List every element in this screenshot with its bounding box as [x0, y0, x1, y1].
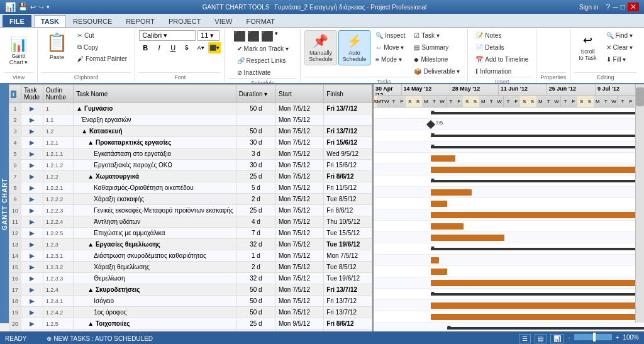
gantt-summary-bar — [431, 112, 644, 114]
italic-button[interactable]: I — [153, 42, 165, 53]
summary-button[interactable]: ▤ Summary — [410, 42, 464, 53]
outline-number-cell: 1.2.3.1 — [43, 250, 73, 262]
gantt-task-bar — [431, 212, 644, 218]
start-cell: Mon 7/5/12 — [275, 103, 323, 114]
respect-links-icon: 🔗 — [237, 57, 245, 64]
copy-button[interactable]: ⧉ Copy — [74, 42, 131, 53]
font-color-button[interactable]: A▾ — [194, 42, 207, 53]
tab-view[interactable]: VIEW — [208, 15, 239, 27]
fill-button[interactable]: ⬇ Fill ▾ — [602, 54, 637, 65]
scroll-to-task-button[interactable]: ↩ Scrollto Task — [574, 30, 601, 64]
mode-button[interactable]: ≡ Mode ▾ — [372, 54, 409, 65]
respect-links-button[interactable]: 🔗 Respect Links — [233, 55, 292, 66]
close-btn[interactable]: ✕ — [628, 3, 639, 11]
bold-button[interactable]: B — [139, 42, 152, 53]
information-button[interactable]: ℹ Information — [472, 66, 532, 77]
table-row[interactable]: 13 ▶ 1.2.3 ▲ Εργασίες θεμελίωσης 32 d Mo… — [9, 239, 372, 250]
cut-button[interactable]: ✂ Cut — [74, 30, 131, 41]
task-name-cell: Διάστρωση σκυροδέματος καθαριότητας — [74, 250, 236, 262]
col-task-name[interactable]: Task Name — [74, 85, 236, 103]
table-row[interactable]: 4 ▶ 1.2.1 ▲ Προκαταρκτικές εργασίες 30 d… — [9, 137, 372, 148]
table-row[interactable]: 20 ▶ 1.2.5 ▲ Τοιχοποιίες 25 d Mon 9/5/12… — [9, 318, 372, 330]
col-start[interactable]: Start — [275, 85, 323, 103]
find-button[interactable]: 🔍 Find ▾ — [602, 30, 637, 41]
table-row[interactable]: 3 ▶ 1.2 ▲ Κατασκευή 50 d Mon 7/5/12 Fri … — [9, 126, 372, 137]
undo-btn[interactable]: ↩ — [30, 3, 36, 11]
outline-number-cell: 1.2.4.1 — [43, 296, 73, 307]
table-row[interactable]: 19 ▶ 1.2.4.2 1ος όροφος 50 d Mon 7/5/12 … — [9, 307, 372, 318]
redo-btn[interactable]: ↪ — [38, 3, 44, 11]
inspect-button[interactable]: 🔍 Inspect — [372, 30, 409, 41]
table-row[interactable]: 10 ▶ 1.2.2.3 Γενικές εκσκαφές-Μεταφορά π… — [9, 205, 372, 216]
highlight-button[interactable]: ⬛▾ — [208, 42, 221, 53]
sign-in-btn[interactable]: Sign in — [579, 4, 599, 11]
status-view-btn-1[interactable]: ☰ — [519, 334, 531, 343]
gantt-chart-button[interactable]: 📊 GanttChart ▾ — [5, 35, 33, 69]
duration-cell: 50 d — [236, 126, 275, 137]
table-row[interactable]: 15 ▶ 1.2.3.2 Χάραξη θεμελίωσης 2 d Mon 7… — [9, 262, 372, 273]
inactivate-button[interactable]: ⊘ Inactivate — [233, 67, 292, 78]
auto-schedule-button[interactable]: ⚡ AutoSchedule — [338, 30, 371, 65]
move-button[interactable]: ↔ Move ▾ — [372, 42, 409, 53]
editing-buttons: ↩ Scrollto Task 🔍 Find ▾ ✕ Clear ▾ ⬇ Fil… — [574, 30, 636, 72]
underline-button[interactable]: U — [167, 42, 179, 53]
add-to-timeline-button[interactable]: 📅 Add to Timeline — [472, 54, 532, 65]
gantt-row — [374, 300, 644, 311]
tab-resource[interactable]: RESOURCE — [66, 15, 119, 27]
format-painter-icon: 🖌 — [77, 55, 84, 62]
gantt-scrollbar-v[interactable] — [635, 84, 644, 323]
tab-project[interactable]: PROJECT — [162, 15, 208, 27]
deliverable-button[interactable]: 📦 Deliverable ▾ — [410, 66, 464, 77]
maximize-btn[interactable]: □ — [621, 3, 625, 11]
table-row[interactable]: 2 ▶ 1.1 Έναρξη εργασιών Mon 7/5/12 — [9, 114, 372, 126]
schedule-icon-dropdown[interactable]: ▾ — [275, 30, 278, 42]
gantt-scrollbar-thumb[interactable] — [636, 87, 644, 106]
status-view-btn-2[interactable]: ▤ — [535, 334, 547, 343]
tab-file[interactable]: FILE — [3, 15, 31, 27]
task-button[interactable]: ☑ Task ▾ — [410, 30, 464, 41]
table-row[interactable]: 7 ▶ 1.2.2 ▲ Χωματουργικά 25 d Mon 7/5/12… — [9, 171, 372, 182]
details-button[interactable]: 📄 Details — [472, 42, 532, 53]
strikethrough-button[interactable]: S̶ — [180, 42, 193, 53]
manually-schedule-button[interactable]: 📌 ManuallySchedule — [304, 30, 337, 65]
table-row[interactable]: 18 ▶ 1.2.4.1 Ισόγειο 50 d Mon 7/5/12 Fri… — [9, 296, 372, 307]
day-t3: T — [430, 96, 438, 107]
minimize-btn[interactable]: ─ — [613, 3, 618, 11]
table-row[interactable]: 8 ▶ 1.2.2.1 Καθαρισμός-Οριοθέτηση οικοπέ… — [9, 182, 372, 194]
col-duration[interactable]: Duration ▾ — [236, 85, 275, 103]
day-m7: M — [594, 96, 602, 107]
table-row[interactable]: 17 ▶ 1.2.4 ▲ Σκυροδετήσεις 50 d Mon 7/5/… — [9, 284, 372, 296]
font-name-selector[interactable]: Calibri ▾ — [139, 30, 196, 41]
table-row[interactable]: 5 ▶ 1.2.1.1 Εγκατάσταση στο εργοτάξιο 3 … — [9, 148, 372, 160]
status-zoom-in[interactable]: + — [616, 334, 619, 343]
zoom-slider-thumb[interactable] — [593, 333, 596, 341]
table-row[interactable]: 16 ▶ 1.2.3.3 Θεμελίωση 32 d Mon 7/5/12 T… — [9, 273, 372, 284]
gantt-summary-bar — [431, 146, 644, 148]
clear-button[interactable]: ✕ Clear ▾ — [602, 42, 637, 53]
status-zoom-out[interactable]: - — [568, 334, 570, 343]
paste-button[interactable]: 📋 Paste — [42, 30, 72, 62]
milestone-button[interactable]: ◆ Milestone — [410, 54, 464, 65]
col-task-mode[interactable]: TaskMode — [21, 85, 43, 103]
table-row[interactable]: 9 ▶ 1.2.2.2 Χάραξη εκσκαφής 2 d Mon 7/5/… — [9, 194, 372, 205]
save-btn[interactable]: 💾 — [18, 3, 28, 11]
table-row[interactable]: 12 ▶ 1.2.2.5 Επιχώσεις με αμμοχάλικα 7 d… — [9, 228, 372, 239]
font-size-selector[interactable]: 11 ▾ — [197, 30, 219, 41]
day-t10: T — [618, 96, 626, 107]
notes-button[interactable]: 📝 Notes — [472, 30, 532, 41]
col-finish[interactable]: Finish — [324, 85, 372, 103]
table-row[interactable]: 14 ▶ 1.2.3.1 Διάστρωση σκυροδέματος καθα… — [9, 250, 372, 262]
title-text-area: GANTT CHART TOOLS Γυμνάσιο_2 Εισαγωγή δι… — [50, 4, 579, 11]
tab-format[interactable]: FORMAT — [239, 15, 282, 27]
status-view-btn-3[interactable]: 📊 — [550, 334, 564, 343]
table-row[interactable]: 1 ▶ 1 ▲ Γυμνάσιο 50 d Mon 7/5/12 Fri 13/… — [9, 103, 372, 114]
tab-task[interactable]: TASK — [34, 15, 66, 27]
table-row[interactable]: 21 ▶ 1.2.5.1 Ισόγειο 25 d Mon 9/5/12 Fri… — [9, 330, 372, 332]
tab-report[interactable]: REPORT — [119, 15, 162, 27]
mark-on-track-button[interactable]: ✔ Mark on Track ▾ — [233, 43, 292, 54]
outline-number-cell: 1.2.5.1 — [43, 330, 73, 332]
table-row[interactable]: 6 ▶ 1.2.1.2 Εργοταξιακές παροχές ΟΚΩ 30 … — [9, 160, 372, 171]
help-btn[interactable]: ? — [606, 3, 611, 11]
format-painter-button[interactable]: 🖌 Format Painter — [74, 53, 131, 64]
table-row[interactable]: 11 ▶ 1.2.2.4 Άντληση υδάτων 4 d Mon 7/5/… — [9, 216, 372, 228]
